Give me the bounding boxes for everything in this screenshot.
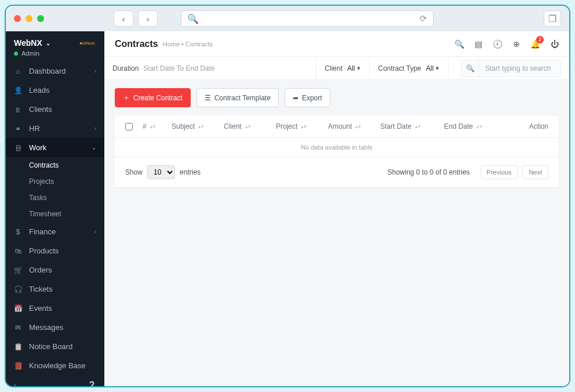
filter-bar: Duration Start Date To End Date Client A…	[104, 57, 569, 80]
sidebar-item-knowledge-base[interactable]: 📕Knowledge Base	[6, 356, 104, 375]
chevron-icon: ›	[94, 125, 96, 132]
select-all-checkbox[interactable]	[125, 123, 133, 130]
collapse-sidebar-icon[interactable]: ‹	[14, 381, 16, 386]
maximize-window[interactable]	[37, 15, 44, 22]
menu-icon: 📅	[14, 304, 22, 313]
windows-icon[interactable]: ❐	[544, 10, 561, 27]
column-end-date[interactable]: End Date▴▾	[444, 122, 508, 130]
chevron-down-icon: ⌄	[46, 40, 50, 46]
app-window: ‹ › 🔍 ⟳ ❐ WebNX ⌄ ●biNoix Admin ⌂Dashboa…	[5, 5, 570, 387]
sidebar-label: Leads	[29, 86, 49, 95]
menu-icon: ⌂	[14, 67, 22, 75]
forward-button[interactable]: ›	[138, 10, 158, 27]
sidebar-item-tickets[interactable]: 🎧Tickets	[6, 280, 104, 299]
notifications-icon[interactable]: 🔔2	[530, 39, 540, 49]
sidebar-item-messages[interactable]: ✉Messages	[6, 318, 104, 337]
menu-icon: 🛍	[14, 247, 22, 255]
sidebar-label: Tickets	[29, 285, 53, 293]
help-icon[interactable]: ❔	[88, 381, 96, 386]
column-project[interactable]: Project▴▾	[276, 122, 328, 130]
brand-logo: ●biNoix	[79, 41, 95, 46]
sidebar-label: Messages	[29, 323, 63, 332]
power-icon[interactable]: ⏻	[551, 39, 559, 49]
table-header: #▴▾ Subject▴▾ Client▴▾ Project▴▾ Amount▴…	[115, 115, 559, 138]
next-page-button[interactable]: Next	[522, 165, 548, 179]
sidebar-sub-timesheet[interactable]: Timesheet	[6, 206, 104, 222]
notification-badge: 2	[536, 36, 544, 43]
sidebar-sub-projects[interactable]: Projects	[6, 173, 104, 190]
chevron-icon: ›	[94, 228, 96, 235]
sort-icon: ▴▾	[415, 125, 421, 128]
show-label: Show	[125, 168, 143, 176]
sort-icon: ▴▾	[355, 125, 361, 128]
sidebar-label: Orders	[29, 266, 52, 274]
sidebar-item-work[interactable]: ⌸Work⌄	[6, 138, 104, 157]
close-window[interactable]	[14, 15, 21, 22]
user-status: Admin	[14, 50, 96, 57]
button-label: Export	[302, 94, 322, 102]
menu-icon: ⚭	[14, 125, 22, 133]
sidebar-item-clients[interactable]: ⫼Clients	[6, 100, 104, 119]
sidebar-item-dashboard[interactable]: ⌂Dashboard›	[6, 61, 104, 81]
sidebar-item-orders[interactable]: 🛒Orders	[6, 260, 104, 280]
previous-page-button[interactable]: Previous	[481, 165, 518, 179]
plus-icon: ＋	[123, 93, 130, 103]
filter-value: All	[347, 64, 355, 72]
column-client[interactable]: Client▴▾	[224, 122, 276, 130]
sidebar-label: Knowledge Base	[29, 361, 86, 370]
pagination-info: Showing 0 to 0 of 0 entries	[387, 168, 470, 176]
search-icon: 🔍	[187, 13, 199, 24]
notes-icon[interactable]: ▤	[475, 39, 482, 49]
contract-type-filter[interactable]: Contract Type All ▼	[370, 57, 449, 79]
sidebar-label: Events	[29, 304, 52, 313]
caret-down-icon: ▼	[435, 66, 440, 71]
search-icon[interactable]: 🔍	[454, 39, 464, 49]
action-buttons: ＋ Create Contract ☰ Contract Template ➦ …	[104, 80, 569, 115]
filter-label: Duration	[112, 64, 139, 72]
window-controls	[14, 15, 44, 22]
chevron-icon: ⌄	[92, 144, 96, 151]
layers-icon: ☰	[205, 94, 211, 102]
filter-label: Client	[325, 64, 343, 72]
browser-chrome: ‹ › 🔍 ⟳ ❐	[6, 6, 569, 31]
column-subject[interactable]: Subject▴▾	[172, 122, 224, 130]
breadcrumb: Home • Contracts	[163, 41, 213, 48]
add-icon[interactable]: ⊕	[513, 39, 520, 49]
sidebar-item-hr[interactable]: ⚭HR›	[6, 119, 104, 138]
page-size-select[interactable]: 10	[147, 165, 175, 179]
menu-icon: 👤	[14, 86, 22, 95]
contract-template-button[interactable]: ☰ Contract Template	[196, 88, 279, 107]
column-amount[interactable]: Amount▴▾	[328, 122, 380, 130]
sidebar-label: Finance	[29, 227, 56, 236]
duration-filter[interactable]: Duration Start Date To End Date	[104, 57, 316, 79]
select-all-column	[125, 123, 143, 130]
client-filter[interactable]: Client All ▼	[316, 57, 370, 79]
column-start-date[interactable]: Start Date▴▾	[380, 122, 444, 130]
sidebar-sub-contracts[interactable]: Contracts	[6, 157, 104, 173]
create-contract-button[interactable]: ＋ Create Contract	[115, 88, 191, 107]
sort-icon: ▴▾	[198, 125, 204, 128]
minimize-window[interactable]	[26, 15, 32, 22]
sidebar-item-leads[interactable]: 👤Leads	[6, 81, 104, 100]
sidebar-item-events[interactable]: 📅Events	[6, 299, 104, 318]
url-bar[interactable]: 🔍 ⟳	[181, 10, 434, 27]
sidebar-item-products[interactable]: 🛍Products	[6, 241, 104, 260]
sidebar-label: Clients	[29, 105, 52, 114]
menu-icon: 🎧	[14, 285, 22, 293]
export-button[interactable]: ➦ Export	[285, 88, 330, 107]
sidebar-item-finance[interactable]: $Finance›	[6, 222, 104, 241]
search-input[interactable]	[479, 64, 561, 72]
back-button[interactable]: ‹	[114, 10, 133, 27]
page-title: Contracts	[115, 39, 158, 49]
clock-icon[interactable]: 🕘	[493, 39, 503, 49]
page-header: Contracts Home • Contracts 🔍 ▤ 🕘 ⊕ 🔔2 ⏻	[104, 31, 569, 57]
column-number[interactable]: #▴▾	[143, 122, 172, 130]
menu-icon: ✉	[14, 324, 22, 332]
table-footer: Show 10 entries Showing 0 to 0 of 0 entr…	[115, 157, 559, 187]
filter-value: Start Date To End Date	[143, 64, 214, 72]
sort-icon: ▴▾	[245, 125, 251, 128]
sidebar-item-notice-board[interactable]: 📋Notice Board	[6, 337, 104, 356]
sort-icon: ▴▾	[476, 125, 482, 128]
refresh-icon[interactable]: ⟳	[420, 13, 427, 24]
sidebar-sub-tasks[interactable]: Tasks	[6, 190, 104, 206]
